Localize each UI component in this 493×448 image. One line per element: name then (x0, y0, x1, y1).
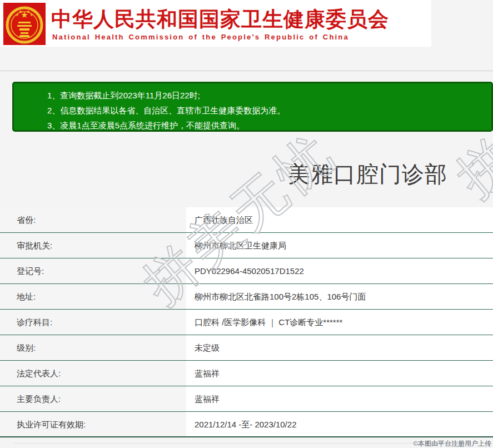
table-row: 审批机关: 柳州市柳北区卫生健康局 (0, 233, 493, 258)
table-row: 法定代表人: 蓝福祥 (0, 361, 493, 386)
notice-line: 3、凌晨1点至凌晨5点系统进行维护，不能提供查询。 (47, 118, 486, 133)
field-label: 主要负责人: (0, 386, 186, 411)
table-row: 登记号: PDY022964-45020517D1522 (0, 258, 493, 284)
field-value: 蓝福祥 (186, 386, 493, 411)
field-value: 口腔科 /医学影像科 ｜ CT诊断专业****** (186, 310, 493, 335)
field-label: 省份: (0, 207, 186, 232)
table-row: 诊疗科目: 口腔科 /医学影像科 ｜ CT诊断专业****** (0, 310, 493, 335)
field-label: 审批机关: (0, 233, 186, 258)
svg-text:★: ★ (30, 13, 33, 17)
table-row: 主要负责人: 蓝福祥 (0, 386, 493, 412)
field-value: PDY022964-45020517D1522 (186, 258, 493, 283)
upload-copyright-note: ©本图由平台注册用户上传 (413, 439, 491, 448)
site-header: ★ ★ ★ ★ ★ 中华人民共和国国家卫生健康委员会 National Heal… (0, 0, 431, 47)
table-row: 级别: 未定级 (0, 335, 493, 361)
field-label: 诊疗科目: (0, 310, 186, 335)
field-value: 柳州市柳北区卫生健康局 (186, 233, 493, 258)
china-national-emblem-icon: ★ ★ ★ ★ ★ (3, 3, 46, 45)
field-label: 执业许可证有效期: (0, 412, 186, 436)
institution-name: 美雅口腔门诊部 (288, 159, 447, 190)
field-label: 地址: (0, 284, 186, 309)
table-row: 地址: 柳州市柳北区北雀路100号2栋105、106号门面 (0, 284, 493, 310)
notice-line: 1、查询数据截止到2023年11月26日22时; (47, 88, 486, 103)
site-title-english: National Health Commission of the People… (52, 33, 349, 41)
field-label: 登记号: (0, 258, 186, 283)
table-row: 执业许可证有效期: 2021/12/14 -至- 2023/10/22 (0, 412, 493, 437)
site-title-chinese: 中华人民共和国国家卫生健康委员会 (51, 6, 389, 33)
info-table: 省份: 广西壮族自治区 审批机关: 柳州市柳北区卫生健康局 登记号: PDY02… (0, 207, 493, 437)
field-value: 未定级 (186, 335, 493, 360)
notice-box: 1、查询数据截止到2023年11月26日22时; 2、信息数据结果以各省、自治区… (12, 82, 493, 132)
field-value: 柳州市柳北区北雀路100号2栋105、106号门面 (186, 284, 493, 309)
notice-line: 2、信息数据结果以各省、自治区、直辖市卫生健康委数据为准。 (47, 103, 486, 118)
field-label: 级别: (0, 335, 186, 360)
field-value: 2021/12/14 -至- 2023/10/22 (186, 412, 493, 436)
nhc-query-result-page: ★ ★ ★ ★ ★ 中华人民共和国国家卫生健康委员会 National Heal… (0, 0, 493, 448)
header-divider (0, 71, 493, 71)
svg-text:★: ★ (16, 13, 19, 17)
svg-text:★: ★ (19, 9, 22, 13)
field-value: 广西壮族自治区 (186, 207, 493, 232)
field-value: 蓝福祥 (186, 361, 493, 386)
table-row: 省份: 广西壮族自治区 (0, 207, 493, 233)
field-label: 法定代表人: (0, 361, 186, 386)
